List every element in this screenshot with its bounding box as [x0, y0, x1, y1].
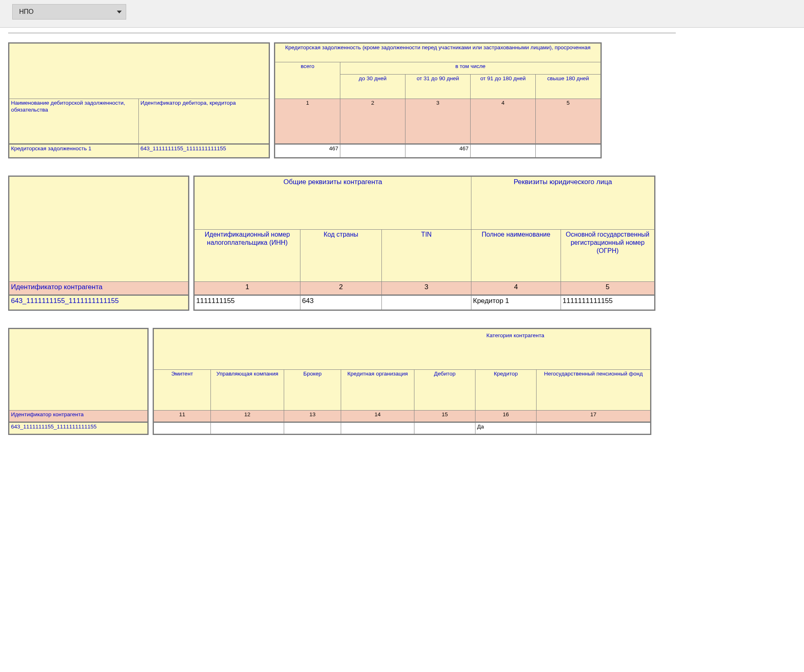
table3-num-15: 15	[414, 411, 475, 422]
table2-section: Идентификатор контрагента 643_1111111155…	[8, 176, 796, 311]
table3-val-13[interactable]	[284, 422, 341, 434]
table1-left-block: Наименование дебиторской задолженности, …	[8, 42, 270, 158]
table1-right-block: Кредиторская задолженность (кроме задолж…	[274, 42, 602, 158]
table2-left-header: Идентификатор контрагента	[9, 176, 188, 295]
table3-right-header: Категория контрагента Эмитент Управляюща…	[153, 329, 651, 422]
table3-num-14: 14	[341, 411, 414, 422]
table2-val-tin[interactable]	[382, 295, 471, 310]
table2-val-country[interactable]: 643	[300, 295, 382, 310]
table1-left-empty-upper	[9, 44, 269, 99]
table2-val-inn[interactable]: 1111111155	[195, 295, 300, 310]
table3-val-16[interactable]: Да	[475, 422, 537, 434]
table2-right-data: 1111111155 643 Кредитор 1 1111111111155	[194, 295, 655, 310]
table1-num-1: 1	[275, 99, 340, 144]
table2-val-fullname[interactable]: Кредитор 1	[471, 295, 561, 310]
table3-val-15[interactable]	[414, 422, 475, 434]
table2-left-data: 643_1111111155_1111111111155	[9, 295, 188, 310]
toolbar: НПО	[0, 0, 804, 28]
table2-col-inn: Идентификационный номер налогоплательщик…	[195, 229, 300, 281]
table3-val-12[interactable]	[211, 422, 284, 434]
table3-val-17[interactable]	[537, 422, 651, 434]
table3-val-14[interactable]	[341, 422, 414, 434]
table2-group-general: Общие реквизиты контрагента	[195, 176, 471, 229]
table1-bucket-91-180: от 91 до 180 дней	[471, 75, 536, 99]
table2-axis-label: Идентификатор контрагента	[9, 281, 188, 294]
table1-num-2: 2	[340, 99, 405, 144]
table3-axis-label: Идентификатор контрагента	[9, 411, 148, 422]
table2-num-5: 5	[561, 281, 655, 294]
table1-num-3: 3	[405, 99, 471, 144]
table1-val-3[interactable]: 467	[405, 144, 471, 157]
table3-col-creditor: Кредитор	[475, 370, 537, 411]
table1-row-label-liability: Кредиторская задолженность 1	[9, 144, 139, 157]
table1-val-1[interactable]: 467	[275, 144, 340, 157]
table1-bucket-30: до 30 дней	[340, 75, 405, 99]
table1-col-total: всего	[275, 62, 340, 99]
table1-right-data: 467 467	[275, 144, 601, 158]
table3-left-empty	[9, 329, 148, 411]
table1-num-5: 5	[536, 99, 601, 144]
table3-col-debitor: Дебитор	[414, 370, 475, 411]
table2-group-legal: Реквизиты юридического лица	[471, 176, 655, 229]
table2-row-id: 643_1111111155_1111111111155	[9, 295, 188, 310]
table1-section: Наименование дебиторской задолженности, …	[8, 42, 796, 158]
table1-val-4[interactable]	[471, 144, 536, 157]
table1-num-4: 4	[471, 99, 536, 144]
table1-right-title: Кредиторская задолженность (кроме задолж…	[275, 44, 601, 62]
table2-right-header: Общие реквизиты контрагента Реквизиты юр…	[194, 176, 655, 295]
table2-col-ogrn: Основной государственный регистрационный…	[561, 229, 655, 281]
table2-left-block: Идентификатор контрагента 643_1111111155…	[8, 176, 189, 311]
table1-val-5[interactable]	[536, 144, 601, 157]
type-dropdown-value: НПО	[19, 8, 34, 15]
table1-col-name-liability: Наименование дебиторской задолженности, …	[9, 99, 139, 144]
table1-left-data: Кредиторская задолженность 1 643_1111111…	[9, 144, 269, 158]
table3-col-npf: Негосударственный пенсионный фонд	[537, 370, 651, 411]
table3-num-12: 12	[211, 411, 284, 422]
table1-col-debtor-id: Идентификатор дебитора, кредитора	[139, 99, 269, 144]
table3-left-header: Идентификатор контрагента	[9, 329, 148, 422]
table3-val-11[interactable]	[154, 422, 211, 434]
table2-num-2: 2	[300, 281, 382, 294]
table3-section: Идентификатор контрагента 643_1111111155…	[8, 328, 796, 435]
table3-col-emitent: Эмитент	[154, 370, 211, 411]
type-dropdown[interactable]: НПО	[12, 4, 126, 20]
table3-left-block: Идентификатор контрагента 643_1111111155…	[8, 328, 149, 435]
table1-val-2[interactable]	[340, 144, 405, 157]
chevron-down-icon	[117, 11, 122, 13]
table1-right-header: Кредиторская задолженность (кроме задолж…	[275, 43, 601, 144]
table2-num-3: 3	[382, 281, 471, 294]
table3-title: Категория контрагента	[154, 329, 651, 370]
table2-num-4: 4	[471, 281, 561, 294]
table2-right-block: Общие реквизиты контрагента Реквизиты юр…	[193, 176, 655, 311]
table3-col-credit-org: Кредитная организация	[341, 370, 414, 411]
table3-row-id: 643_1111111155_1111111111155	[9, 422, 148, 434]
table2-val-ogrn[interactable]: 1111111111155	[561, 295, 655, 310]
table1-left-grid: Наименование дебиторской задолженности, …	[9, 43, 269, 144]
table2-col-fullname: Полное наименование	[471, 229, 561, 281]
table3-right-data: Да	[153, 422, 651, 434]
table1-row-label-id: 643_1111111155_1111111111155	[139, 144, 269, 157]
table3-num-16: 16	[475, 411, 537, 422]
table1-bucket-31-90: от 31 до 90 дней	[405, 75, 471, 99]
table3-col-broker: Брокер	[284, 370, 341, 411]
table3-col-uk: Управляющая компания	[211, 370, 284, 411]
table1-col-inthat: в том числе	[340, 62, 601, 75]
table2-col-country: Код страны	[300, 229, 382, 281]
table2-left-empty	[9, 176, 188, 281]
table3-left-data: 643_1111111155_1111111111155	[9, 422, 148, 434]
table3-num-17: 17	[537, 411, 651, 422]
table3-num-11: 11	[154, 411, 211, 422]
table2-num-1: 1	[195, 281, 300, 294]
table2-col-tin: TIN	[382, 229, 471, 281]
table3-num-13: 13	[284, 411, 341, 422]
table1-bucket-180plus: свыше 180 дней	[536, 75, 601, 99]
table3-right-block: Категория контрагента Эмитент Управляюща…	[153, 328, 651, 435]
